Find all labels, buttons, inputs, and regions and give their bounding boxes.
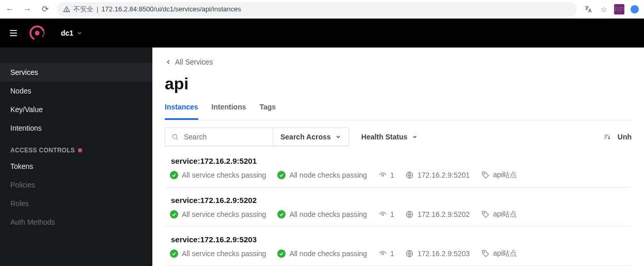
health-status-dropdown[interactable]: Health Status	[362, 133, 418, 141]
service-checks: All service checks passing	[170, 210, 266, 218]
instance-address: 172.16.2.9:5202	[405, 210, 469, 218]
tab-intentions[interactable]: Intentions	[212, 103, 246, 120]
node-checks: All node checks passing	[277, 210, 367, 218]
sidebar-section-label: ACCESS CONTROLS	[10, 147, 75, 154]
status-ok-icon	[277, 249, 286, 258]
proxy-icon	[379, 171, 387, 179]
status-ok-icon	[277, 210, 286, 218]
svg-point-19	[483, 173, 484, 174]
instance-row[interactable]: service:172.16.2.9:5203 All service chec…	[165, 227, 632, 266]
proxy-count: 1	[379, 210, 395, 218]
sidebar-item-key-value[interactable]: Key/Value	[0, 100, 152, 119]
globe-icon	[405, 171, 414, 179]
filter-bar: Search Search Across Health Status Unh	[165, 128, 632, 146]
sidebar-item-label: Nodes	[10, 87, 31, 95]
svg-point-10	[42, 36, 44, 37]
chevron-left-icon	[165, 58, 172, 66]
svg-point-11	[172, 134, 177, 138]
instance-name: service:172.16.2.9:5201	[170, 157, 632, 165]
app-header: dc1	[0, 19, 644, 48]
proxy-count: 1	[379, 249, 395, 258]
address-bar[interactable]: 不安全 | 172.16.2.84:8500/ui/dc1/services/a…	[57, 2, 577, 17]
proxy-count: 1	[379, 171, 395, 179]
svg-line-12	[177, 138, 178, 140]
globe-icon	[405, 249, 414, 258]
svg-point-8	[43, 32, 45, 33]
profile-icon[interactable]	[630, 4, 640, 14]
instance-tag: api站点	[481, 210, 517, 219]
search-across-dropdown[interactable]: Search Across	[273, 128, 349, 146]
layout: Services Nodes Key/Value Intentions ACCE…	[0, 48, 644, 266]
sidebar-item-auth-methods[interactable]: Auth Methods	[0, 213, 152, 231]
consul-logo-icon	[29, 25, 45, 41]
datacenter-picker[interactable]: dc1	[56, 26, 88, 40]
page-title: api	[165, 74, 632, 93]
sidebar-item-intentions[interactable]: Intentions	[0, 119, 152, 137]
reload-button[interactable]: ⟳	[39, 4, 51, 14]
node-checks: All node checks passing	[277, 171, 367, 179]
sort-icon[interactable]	[603, 133, 611, 141]
back-link[interactable]: All Services	[165, 58, 213, 66]
status-ok-icon	[170, 249, 178, 258]
chevron-down-icon	[76, 30, 83, 36]
instance-tag: api站点	[481, 249, 517, 258]
tab-label: Instances	[165, 103, 198, 111]
search-icon	[171, 133, 179, 140]
tab-label: Intentions	[212, 103, 246, 111]
proxy-icon	[379, 210, 387, 218]
svg-point-1	[66, 10, 67, 11]
svg-point-27	[483, 252, 484, 253]
sidebar-item-nodes[interactable]: Nodes	[0, 82, 152, 100]
extension-rp-icon[interactable]: RP	[614, 4, 624, 14]
instance-row[interactable]: service:172.16.2.9:5201 All service chec…	[165, 148, 632, 187]
unhealthy-filter-label[interactable]: Unh	[618, 133, 632, 141]
instance-name: service:172.16.2.9:5203	[170, 235, 632, 244]
svg-point-9	[43, 34, 45, 35]
svg-point-7	[42, 29, 44, 31]
tab-label: Tags	[259, 103, 276, 111]
status-ok-icon	[170, 171, 178, 179]
back-button[interactable]: ←	[4, 5, 15, 14]
sidebar-item-roles[interactable]: Roles	[0, 194, 152, 213]
star-icon[interactable]: ☆	[599, 4, 609, 14]
sidebar-item-label: Intentions	[10, 124, 42, 132]
acl-status-dot-icon	[78, 148, 82, 152]
menu-icon[interactable]	[8, 28, 19, 38]
chevron-down-icon	[412, 134, 418, 140]
tab-instances[interactable]: Instances	[165, 103, 198, 120]
service-checks: All service checks passing	[170, 249, 266, 258]
tabs: Instances Intentions Tags	[165, 103, 632, 120]
svg-point-24	[382, 253, 384, 255]
forward-button[interactable]: →	[22, 5, 33, 14]
node-checks: All node checks passing	[277, 249, 367, 258]
chevron-down-icon	[335, 134, 341, 140]
search-across-label: Search Across	[280, 133, 331, 141]
datacenter-name: dc1	[61, 29, 73, 37]
browser-chrome: ← → ⟳ 不安全 | 172.16.2.84:8500/ui/dc1/serv…	[0, 0, 644, 19]
instance-address: 172.16.2.9:5203	[405, 249, 469, 258]
sidebar-item-label: Auth Methods	[10, 218, 55, 226]
health-status-label: Health Status	[362, 133, 407, 141]
filter-right-actions: Unh	[603, 133, 632, 141]
search-input[interactable]: Search	[165, 128, 273, 146]
sidebar-item-services[interactable]: Services	[0, 63, 152, 82]
tag-icon	[481, 249, 490, 258]
url-separator: |	[97, 5, 98, 13]
search-placeholder: Search	[184, 133, 207, 141]
sidebar-item-label: Key/Value	[10, 105, 43, 114]
instance-row[interactable]: service:172.16.2.9:5202 All service chec…	[165, 187, 632, 227]
tag-icon	[481, 210, 490, 218]
sidebar: Services Nodes Key/Value Intentions ACCE…	[0, 48, 152, 266]
tab-tags[interactable]: Tags	[259, 103, 276, 120]
back-label: All Services	[175, 58, 213, 66]
sidebar-item-label: Tokens	[10, 162, 33, 170]
status-ok-icon	[170, 210, 178, 218]
sidebar-item-tokens[interactable]: Tokens	[0, 157, 152, 176]
translate-icon[interactable]	[583, 4, 593, 14]
warning-icon	[63, 6, 70, 13]
sidebar-item-policies[interactable]: Policies	[0, 176, 152, 194]
main-content: All Services api Instances Intentions Ta…	[152, 48, 644, 266]
chrome-right-icons: ☆ RP	[583, 4, 640, 14]
instance-tag: api站点	[481, 170, 517, 180]
instance-meta: All service checks passing All node chec…	[170, 210, 632, 219]
